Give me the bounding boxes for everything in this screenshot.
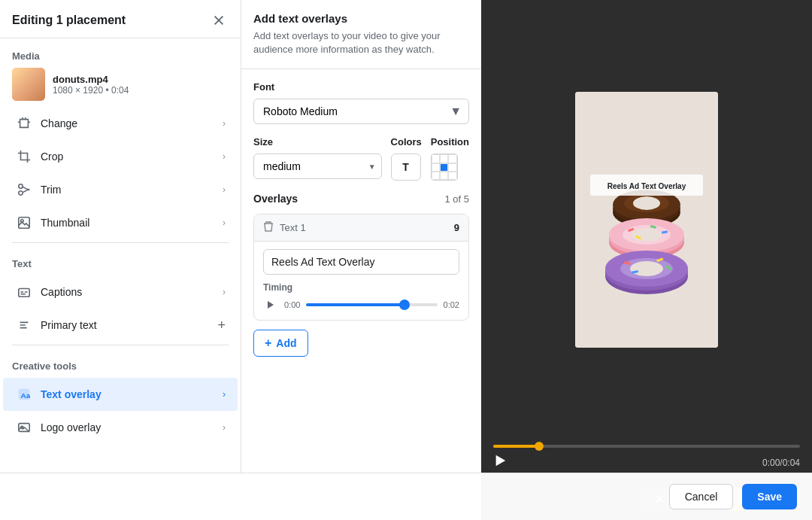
size-select[interactable]: medium bbox=[253, 154, 382, 179]
overlay-card-name: Text 1 bbox=[280, 222, 454, 233]
position-cell-5[interactable] bbox=[448, 163, 456, 172]
time-display: 0:00/0:04 bbox=[762, 458, 800, 468]
position-group: Position bbox=[431, 136, 469, 181]
position-cell-4[interactable] bbox=[440, 163, 448, 172]
position-cell-2[interactable] bbox=[448, 154, 456, 163]
media-item: donuts.mp4 1080 × 1920 • 0:04 bbox=[12, 68, 229, 101]
position-cell-1[interactable] bbox=[440, 154, 448, 163]
overlay-card-header: Text 1 9 bbox=[254, 214, 468, 242]
chevron-right-icon-crop: › bbox=[223, 151, 226, 162]
size-select-wrapper: medium ▼ bbox=[253, 154, 382, 179]
right-panel: Reels Ad Text Overlay 0:00/0:04 bbox=[481, 0, 812, 520]
media-section-title: Media bbox=[0, 38, 241, 68]
video-frame: Reels Ad Text Overlay bbox=[575, 92, 718, 348]
progress-bar-fill bbox=[493, 445, 539, 448]
sidebar-primary-text-label: Primary text bbox=[41, 319, 217, 331]
text-section-title: Text bbox=[0, 246, 241, 275]
color-btn-label: T bbox=[402, 161, 409, 173]
chevron-right-icon-logo: › bbox=[223, 422, 226, 433]
outer-save-button[interactable]: Save bbox=[742, 484, 797, 509]
sidebar-logo-overlay-label: Logo overlay bbox=[41, 421, 223, 433]
svg-line-3 bbox=[23, 187, 29, 190]
middle-panel: Add text overlays Add text overlays to y… bbox=[241, 0, 481, 520]
timing-slider-thumb[interactable] bbox=[399, 300, 410, 310]
close-button[interactable] bbox=[209, 11, 229, 30]
timing-slider[interactable] bbox=[306, 303, 437, 306]
sidebar-item-trim[interactable]: Trim › bbox=[3, 173, 238, 206]
position-cell-3[interactable] bbox=[432, 163, 440, 172]
colors-group: Colors T bbox=[391, 136, 422, 181]
divider-1 bbox=[12, 242, 229, 243]
font-select[interactable]: Roboto Medium bbox=[253, 99, 469, 124]
middle-header: Add text overlays Add text overlays to y… bbox=[241, 0, 481, 69]
timing-play-icon[interactable] bbox=[263, 297, 278, 312]
position-cell-0[interactable] bbox=[432, 154, 440, 163]
chevron-right-icon-trim: › bbox=[223, 184, 226, 195]
panel-header: Editing 1 placement bbox=[0, 0, 241, 38]
add-overlay-button[interactable]: + Add bbox=[253, 330, 308, 357]
middle-content: Font Roboto Medium ▼ Size medium ▼ bbox=[241, 69, 481, 520]
svg-point-34 bbox=[630, 261, 663, 276]
text-overlay-icon: Aa bbox=[15, 385, 33, 403]
sidebar-item-thumbnail[interactable]: Thumbnail › bbox=[3, 206, 238, 239]
trash-icon[interactable] bbox=[263, 220, 274, 235]
thumbnail-icon bbox=[15, 214, 33, 232]
chevron-right-icon-thumbnail: › bbox=[223, 217, 226, 228]
left-panel: Editing 1 placement Media donuts.mp4 108… bbox=[0, 0, 241, 520]
trim-icon bbox=[15, 181, 33, 199]
logo-overlay-icon bbox=[15, 418, 33, 436]
sidebar-change-label: Change bbox=[41, 117, 223, 129]
modal-overlay: Editing 1 placement Media donuts.mp4 108… bbox=[0, 0, 812, 520]
sidebar-item-captions[interactable]: Captions › bbox=[3, 275, 238, 309]
creative-section-title: Creative tools bbox=[0, 348, 241, 378]
media-thumbnail bbox=[12, 68, 45, 101]
position-grid[interactable] bbox=[431, 154, 458, 181]
outer-footer: Cancel Save bbox=[0, 473, 812, 520]
sidebar-item-logo-overlay[interactable]: Logo overlay › bbox=[3, 411, 238, 444]
add-button-label: Add bbox=[276, 337, 296, 349]
progress-bar[interactable] bbox=[493, 445, 800, 448]
chevron-right-icon-text-overlay: › bbox=[223, 389, 226, 400]
video-controls: 0:00/0:04 bbox=[481, 439, 812, 477]
svg-text:Reels Ad Text Overlay: Reels Ad Text Overlay bbox=[607, 182, 686, 190]
plus-icon: + bbox=[217, 318, 226, 333]
media-info: donuts.mp4 1080 × 1920 • 0:04 bbox=[53, 74, 129, 96]
sidebar-item-crop[interactable]: Crop › bbox=[3, 140, 238, 173]
timing-start: 0:00 bbox=[284, 300, 300, 309]
play-button[interactable] bbox=[493, 454, 507, 471]
video-preview: Reels Ad Text Overlay bbox=[481, 0, 812, 439]
position-label: Position bbox=[431, 136, 469, 147]
overlay-card-body: Timing 0:00 0:02 bbox=[254, 242, 468, 320]
position-cell-6[interactable] bbox=[432, 172, 440, 180]
sidebar-item-text-overlay[interactable]: Aa Text overlay › bbox=[3, 378, 238, 411]
panel-title: Editing 1 placement bbox=[12, 14, 126, 27]
overlays-count: 1 of 5 bbox=[444, 193, 469, 205]
overlays-title: Overlays bbox=[253, 193, 298, 205]
sidebar-text-overlay-label: Text overlay bbox=[41, 388, 223, 400]
add-overlays-title: Add text overlays bbox=[253, 12, 469, 25]
captions-icon bbox=[15, 283, 33, 301]
sidebar-crop-label: Crop bbox=[41, 151, 223, 163]
svg-rect-4 bbox=[19, 217, 29, 228]
color-button[interactable]: T bbox=[391, 154, 421, 181]
media-thumb-inner bbox=[12, 68, 45, 101]
sidebar-item-primary-text[interactable]: Primary text + bbox=[3, 309, 238, 342]
timing-row: 0:00 0:02 bbox=[263, 297, 459, 312]
outer-cancel-button[interactable]: Cancel bbox=[669, 484, 734, 509]
position-cell-8[interactable] bbox=[448, 172, 456, 180]
svg-point-1 bbox=[19, 184, 23, 188]
position-cell-7[interactable] bbox=[440, 172, 448, 180]
chevron-right-icon: › bbox=[223, 118, 226, 129]
sidebar-captions-label: Captions bbox=[41, 286, 223, 298]
overlays-header: Overlays 1 of 5 bbox=[253, 193, 469, 205]
font-label: Font bbox=[253, 81, 469, 93]
font-select-wrapper: Roboto Medium ▼ bbox=[253, 99, 469, 124]
add-overlays-desc: Add text overlays to your video to give … bbox=[253, 29, 469, 56]
chevron-right-icon-captions: › bbox=[223, 287, 226, 297]
sidebar-trim-label: Trim bbox=[41, 184, 223, 196]
timing-label: Timing bbox=[263, 282, 459, 293]
sidebar-item-change[interactable]: Change › bbox=[3, 107, 238, 140]
sidebar-thumbnail-label: Thumbnail bbox=[41, 217, 223, 229]
overlay-text-input[interactable] bbox=[263, 249, 459, 275]
svg-marker-41 bbox=[496, 455, 506, 466]
